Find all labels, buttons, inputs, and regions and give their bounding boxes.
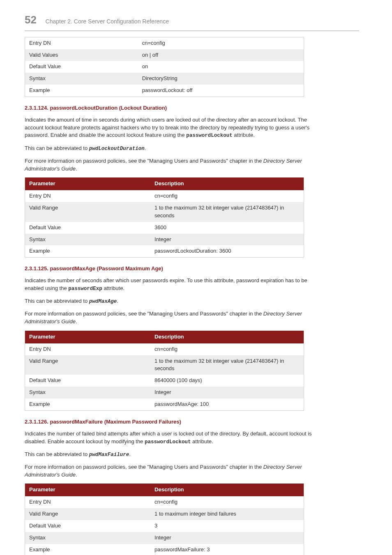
table-row: Valid Range1 to the maximum 32 bit integ…: [25, 355, 304, 375]
table-row: Entry DNcn=config: [25, 496, 304, 508]
table-row: ExamplepasswordLockout: off: [25, 85, 304, 97]
cell-description: 1 to maximum integer bind failures: [150, 508, 304, 520]
cell-parameter: Example: [25, 398, 151, 410]
cell-parameter: Syntax: [25, 532, 151, 544]
cell-parameter: Example: [25, 544, 151, 555]
cell-description: DirectoryString: [138, 73, 304, 85]
section-124-para1: Indicates the amount of time in seconds …: [25, 116, 312, 140]
cell-parameter: Entry DN: [25, 190, 151, 202]
table-row: ExamplepasswordMaxFailure: 3: [25, 544, 304, 555]
cell-description: Integer: [150, 387, 304, 398]
cell-description: Integer: [150, 234, 304, 246]
code-passwordLockout: passwordLockout: [145, 439, 191, 445]
cell-description: cn=config: [150, 496, 304, 508]
table-row: Default Valueon: [25, 61, 304, 73]
code-pwdMaxAge: pwdMaxAge: [89, 299, 117, 304]
table-row: SyntaxDirectoryString: [25, 73, 304, 85]
section-125-para1: Indicates the number of seconds after wh…: [25, 277, 312, 292]
table-passwordMaxFailure: Parameter Description Entry DNcn=configV…: [25, 484, 304, 555]
th-description: Description: [150, 331, 304, 343]
table-passwordLockoutDuration: Parameter Description Entry DNcn=configV…: [25, 177, 304, 258]
cell-description: cn=config: [150, 190, 304, 202]
cell-description: 3600: [150, 222, 304, 234]
table-row: Entry DNcn=config: [25, 190, 304, 202]
table-row: Entry DNcn=config: [25, 343, 304, 355]
table-row: SyntaxInteger: [25, 234, 304, 246]
th-description: Description: [150, 177, 304, 190]
table-passwordMaxAge: Parameter Description Entry DNcn=configV…: [25, 331, 304, 411]
table-row: Default Value8640000 (100 days): [25, 375, 304, 387]
chapter-title: Chapter 2. Core Server Configuration Ref…: [46, 18, 169, 25]
section-heading-126: 2.3.1.126. passwordMaxFailure (Maximum P…: [25, 418, 359, 426]
cell-description: passwordMaxAge: 100: [150, 398, 304, 410]
cell-parameter: Example: [25, 245, 151, 257]
table-passwordLockout-partial: Entry DNcn=configValid Valueson | offDef…: [25, 37, 304, 97]
table-row: Valid Range1 to the maximum 32 bit integ…: [25, 202, 304, 222]
cell-parameter: Valid Range: [25, 355, 151, 375]
table-row: Default Value3: [25, 520, 304, 532]
cell-parameter: Entry DN: [25, 37, 138, 49]
code-pwdMaxFailure: pwdMaxFailure: [89, 452, 129, 458]
table-row: SyntaxInteger: [25, 532, 304, 544]
cell-parameter: Syntax: [25, 73, 138, 85]
cell-description: passwordLockoutDuration: 3600: [150, 245, 304, 257]
section-125-para2: This can be abbreviated to pwdMaxAge.: [25, 297, 312, 305]
cell-description: 8640000 (100 days): [150, 375, 304, 387]
page-number: 52: [25, 12, 37, 28]
th-description: Description: [150, 484, 304, 496]
cell-parameter: Example: [25, 85, 138, 97]
cell-description: passwordLockout: off: [138, 85, 304, 97]
table-row: SyntaxInteger: [25, 387, 304, 398]
section-125-para3: For more information on password policie…: [25, 310, 312, 326]
section-124-para2: This can be abbreviated to pwdLockoutDur…: [25, 145, 312, 152]
code-passwordLockout: passwordLockout: [186, 133, 233, 138]
section-126-para2: This can be abbreviated to pwdMaxFailure…: [25, 451, 312, 458]
th-parameter: Parameter: [25, 331, 151, 343]
code-passwordExp: passwordExp: [68, 286, 102, 292]
cell-description: passwordMaxFailure: 3: [150, 544, 304, 555]
cell-parameter: Default Value: [25, 222, 151, 234]
table-body: Entry DNcn=configValid Range1 to the max…: [25, 343, 304, 411]
code-pwdLockoutDuration: pwdLockoutDuration: [89, 146, 145, 152]
section-126-para3: For more information on password policie…: [25, 463, 312, 479]
section-124-para3: For more information on password policie…: [25, 157, 312, 173]
cell-description: cn=config: [150, 343, 304, 355]
table-row: Default Value3600: [25, 222, 304, 234]
cell-parameter: Default Value: [25, 61, 138, 73]
cell-description: cn=config: [138, 37, 304, 49]
section-heading-124: 2.3.1.124. passwordLockoutDuration (Lock…: [25, 104, 359, 112]
cell-parameter: Syntax: [25, 387, 151, 398]
cell-parameter: Default Value: [25, 375, 151, 387]
th-parameter: Parameter: [25, 177, 151, 190]
cell-parameter: Valid Range: [25, 202, 151, 222]
table-row: ExamplepasswordMaxAge: 100: [25, 398, 304, 410]
page-header: 52 Chapter 2. Core Server Configuration …: [25, 12, 359, 31]
cell-parameter: Valid Range: [25, 508, 151, 520]
cell-description: Integer: [150, 532, 304, 544]
table-body: Entry DNcn=configValid Range1 to maximum…: [25, 496, 304, 555]
table-body: Entry DNcn=configValid Valueson | offDef…: [25, 37, 304, 97]
cell-description: 3: [150, 520, 304, 532]
cell-description: on | off: [138, 49, 304, 61]
cell-description: 1 to the maximum 32 bit integer value (2…: [150, 202, 304, 222]
table-row: Valid Valueson | off: [25, 49, 304, 61]
table-row: Entry DNcn=config: [25, 37, 304, 49]
cell-parameter: Syntax: [25, 234, 151, 246]
cell-parameter: Entry DN: [25, 496, 151, 508]
table-row: Valid Range1 to maximum integer bind fai…: [25, 508, 304, 520]
table-row: ExamplepasswordLockoutDuration: 3600: [25, 245, 304, 257]
cell-description: on: [138, 61, 304, 73]
table-body: Entry DNcn=configValid Range1 to the max…: [25, 190, 304, 258]
section-126-para1: Indicates the number of failed bind atte…: [25, 430, 312, 446]
cell-parameter: Entry DN: [25, 343, 151, 355]
cell-description: 1 to the maximum 32 bit integer value (2…: [150, 355, 304, 375]
cell-parameter: Default Value: [25, 520, 151, 532]
th-parameter: Parameter: [25, 484, 151, 496]
section-heading-125: 2.3.1.125. passwordMaxAge (Password Maxi…: [25, 265, 359, 273]
cell-parameter: Valid Values: [25, 49, 138, 61]
